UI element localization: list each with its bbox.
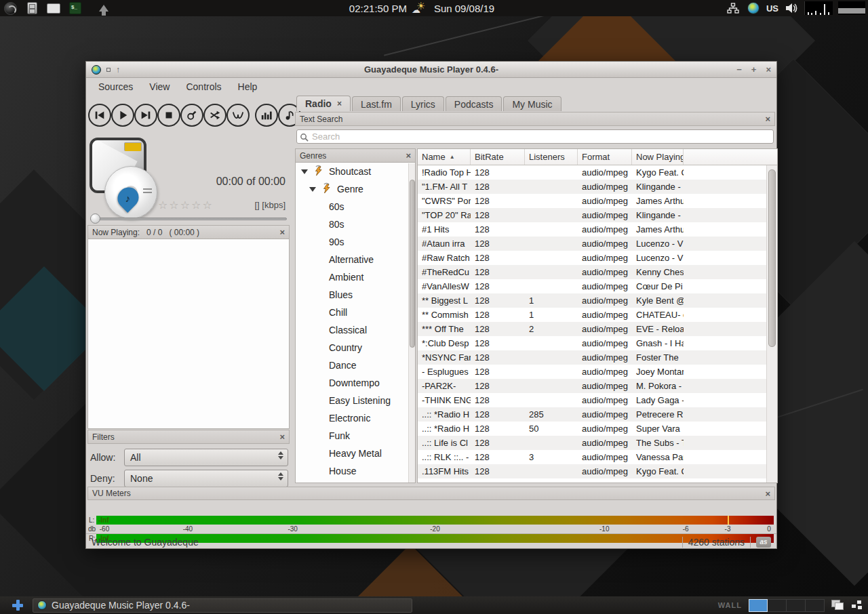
station-row[interactable]: "1.FM- All T128audio/mpegKlingande -: [418, 180, 766, 194]
directory-up-icon[interactable]: [96, 1, 111, 16]
file-manager-icon[interactable]: [24, 1, 39, 16]
window-icon[interactable]: [92, 65, 101, 75]
text-search-close-icon[interactable]: ×: [765, 115, 770, 123]
station-row[interactable]: "CWRS" Por128audio/mpegJames Arthu: [418, 194, 766, 208]
genre-item-alternative[interactable]: Alternative: [296, 251, 415, 268]
stop-button[interactable]: [157, 104, 180, 127]
tab-radio[interactable]: Radio×: [296, 96, 351, 111]
column-header-name[interactable]: Name▲: [418, 149, 471, 165]
window-shade-icon[interactable]: ↑: [116, 65, 120, 75]
genre-item-chill[interactable]: Chill: [296, 304, 415, 321]
genre-item-blues[interactable]: Blues: [296, 286, 415, 304]
display-settings-icon[interactable]: [46, 1, 61, 16]
now-playing-list[interactable]: [87, 239, 290, 429]
genre-item-dance[interactable]: Dance: [296, 356, 415, 374]
genre-item-funk[interactable]: Funk: [296, 427, 415, 445]
weather-icon[interactable]: ☀☁: [412, 1, 429, 15]
workspace-3[interactable]: [787, 599, 806, 612]
equalizer-button[interactable]: [255, 104, 278, 127]
station-row[interactable]: !Radio Top H128audio/mpegKygo Feat. C: [418, 165, 766, 180]
guayadeque-tray-icon[interactable]: [746, 1, 761, 16]
tab-last-fm[interactable]: Last.fm: [352, 96, 401, 111]
rating-star-icon[interactable]: ☆: [191, 199, 202, 211]
genre-item-80s[interactable]: 80s: [296, 216, 415, 233]
station-row[interactable]: ** Biggest L1281audio/mpegKyle Bent @: [418, 293, 766, 308]
tree-expander-icon[interactable]: [309, 187, 316, 192]
genre-item-electronic[interactable]: Electronic: [296, 409, 415, 427]
rating-star-icon[interactable]: ☆: [180, 199, 191, 211]
station-row[interactable]: - Esplugues128audio/mpegJoey Montar: [418, 365, 766, 379]
rating-stars[interactable]: ☆☆☆☆☆: [158, 199, 214, 211]
stations-scrollbar-thumb[interactable]: [768, 169, 776, 347]
column-header-bitrate[interactable]: BitRate: [471, 149, 525, 165]
window-list-icon[interactable]: [852, 600, 863, 610]
station-row[interactable]: ..:: *Radio H128285audio/mpegPetrecere R: [418, 407, 766, 422]
genre-item-house[interactable]: House: [296, 462, 415, 480]
taskbar-window-button[interactable]: Guayadeque Music Player 0.4.6-: [33, 598, 412, 613]
rating-star-icon[interactable]: ☆: [202, 199, 213, 211]
station-row[interactable]: ..:: *Radio H12850audio/mpegSuper Vara: [418, 422, 766, 436]
column-header-format[interactable]: Format: [578, 149, 632, 165]
station-row[interactable]: -THINK ENG128audio/mpegLady Gaga -: [418, 393, 766, 407]
genre-item-downtempo[interactable]: Downtempo: [296, 374, 415, 392]
add-launcher-icon[interactable]: [12, 600, 23, 611]
spinner-icon[interactable]: [278, 472, 283, 480]
panel-date[interactable]: Sun 09/08/19: [434, 3, 494, 14]
station-row[interactable]: #VanAllesW128audio/mpegCœur De Pi: [418, 279, 766, 293]
station-row[interactable]: #Raw Ratch128audio/mpegLucenzo - V: [418, 251, 766, 265]
genre-item-easy-listening[interactable]: Easy Listening: [296, 392, 415, 409]
spinner-icon[interactable]: [278, 451, 283, 459]
close-button[interactable]: ×: [766, 65, 771, 74]
audioscrobbler-icon[interactable]: as: [756, 537, 771, 548]
column-header-listeners[interactable]: Listeners: [525, 149, 578, 165]
minimize-button[interactable]: −: [736, 65, 742, 74]
genre-item-90s[interactable]: 90s: [296, 233, 415, 251]
repeat-button[interactable]: [226, 104, 250, 127]
workspace-4[interactable]: [806, 599, 825, 612]
network-icon[interactable]: [726, 1, 741, 16]
rating-star-icon[interactable]: ☆: [158, 199, 169, 211]
station-row[interactable]: *NSYNC Far128audio/mpegFoster The: [418, 350, 766, 365]
station-row[interactable]: #Ataun irra128audio/mpegLucenzo - V: [418, 237, 766, 251]
smart-play-button[interactable]: [180, 104, 203, 127]
station-row[interactable]: #TheRedCu128audio/mpegKenny Ches: [418, 265, 766, 279]
column-header-now-playing[interactable]: Now Playing: [632, 149, 684, 165]
station-row[interactable]: "TOP 20" Ra128audio/mpegKlingande -: [418, 208, 766, 222]
stations-scrollbar[interactable]: [766, 165, 777, 483]
allow-filter-select[interactable]: All: [124, 449, 288, 466]
keyboard-layout-indicator[interactable]: US: [766, 3, 778, 14]
title-bar[interactable]: ↑ Guayadeque Music Player 0.4.6- − + ×: [86, 62, 776, 78]
show-desktop-icon[interactable]: [831, 600, 845, 611]
seek-thumb[interactable]: [90, 213, 100, 224]
genre-item-shoutcast[interactable]: Shoutcast: [296, 163, 415, 180]
genre-item-genre[interactable]: Genre: [296, 180, 415, 198]
now-playing-close-icon[interactable]: ×: [279, 228, 285, 237]
filters-close-icon[interactable]: ×: [279, 432, 285, 441]
vu-meters-close-icon[interactable]: ×: [765, 489, 770, 498]
memory-graph-widget[interactable]: [838, 1, 865, 15]
maximize-button[interactable]: +: [751, 65, 757, 74]
tab-lyrics[interactable]: Lyrics: [402, 96, 444, 111]
previous-track-button[interactable]: [88, 104, 111, 127]
menu-view[interactable]: View: [142, 79, 176, 94]
play-button[interactable]: [111, 104, 134, 127]
applications-menu-icon[interactable]: [3, 1, 18, 16]
panel-clock[interactable]: 02:21:50 PM: [349, 3, 407, 14]
station-row[interactable]: .113FM Hits128audio/mpegKygo Feat. C: [418, 464, 766, 478]
shuffle-button[interactable]: [203, 104, 226, 127]
station-row[interactable]: ..:: Life is Cl128audio/mpegThe Subs - T: [418, 436, 766, 450]
search-input[interactable]: [296, 129, 774, 144]
genre-item-country[interactable]: Country: [296, 339, 415, 356]
volume-icon[interactable]: [784, 1, 799, 16]
genre-item-classical[interactable]: Classical: [296, 321, 415, 339]
genres-scrollbar[interactable]: [408, 163, 415, 483]
menu-help[interactable]: Help: [231, 79, 264, 94]
genre-item-ambient[interactable]: Ambient: [296, 268, 415, 286]
tab-my-music[interactable]: My Music: [503, 96, 561, 111]
tab-podcasts[interactable]: Podcasts: [446, 96, 502, 111]
genre-item-60s[interactable]: 60s: [296, 198, 415, 216]
station-row[interactable]: -PAR2K-128audio/mpegM. Pokora -: [418, 379, 766, 393]
station-row[interactable]: ..:: RLK ::.. -1283audio/mpegVanessa Par: [418, 450, 766, 464]
terminal-icon[interactable]: $_: [68, 1, 83, 16]
tree-expander-icon[interactable]: [301, 169, 308, 174]
